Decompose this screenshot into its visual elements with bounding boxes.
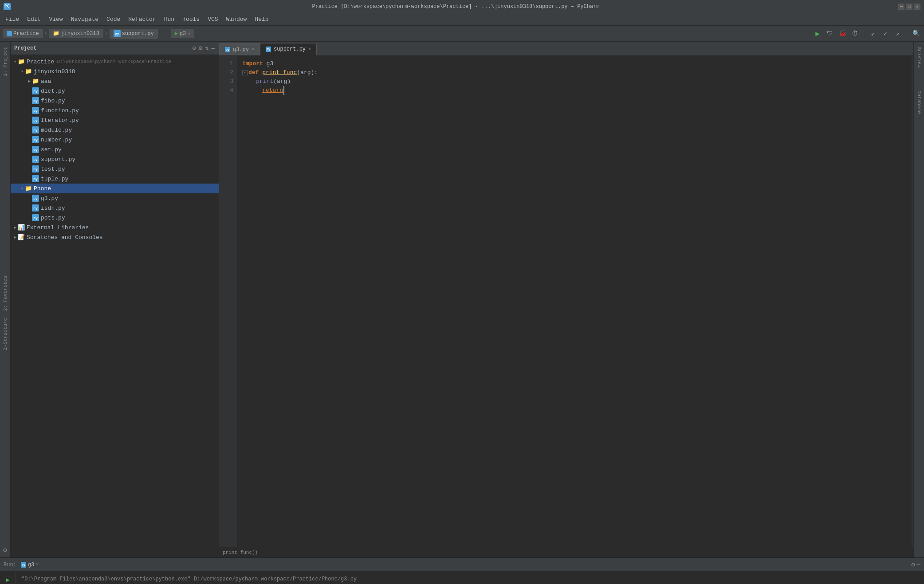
- editor-scrollbar[interactable]: [912, 56, 913, 547]
- run-config-selector[interactable]: ▶ g3 ▾: [171, 29, 195, 38]
- py-file-icon-module: py: [32, 126, 39, 133]
- close-button[interactable]: ✕: [914, 4, 920, 10]
- code-cursor: [283, 86, 288, 95]
- tree-item-jinyuxin[interactable]: ▾ 📁 jinyuxin0318: [11, 67, 219, 76]
- tree-item-support[interactable]: py support.py: [11, 154, 219, 164]
- tree-item-isdn[interactable]: py isdn.py: [11, 203, 219, 213]
- menu-vcs[interactable]: VCS: [204, 15, 221, 24]
- right-sidebar-database[interactable]: Database: [916, 89, 923, 116]
- panel-close-icon[interactable]: —: [917, 561, 920, 568]
- code-content[interactable]: import g3 - def print_func(arg): print(a…: [237, 56, 907, 547]
- tree-item-fibo[interactable]: py fibo.py: [11, 96, 219, 106]
- panel-icon-expand[interactable]: ⇅: [205, 44, 208, 52]
- tree-label-test: test.py: [41, 166, 65, 172]
- project-panel-title: Project: [14, 45, 189, 51]
- code-token-print: print: [256, 77, 273, 86]
- run-tab-close[interactable]: ×: [36, 562, 39, 567]
- menu-tools[interactable]: Tools: [179, 15, 203, 24]
- menu-file[interactable]: File: [2, 15, 23, 24]
- project-panel: Project ⊙ ⚙ ⇅ — ▾ 📁 Practice D:\workspac…: [11, 42, 219, 557]
- tree-label-dict: dict.py: [41, 88, 65, 94]
- right-sidebar-divider: [919, 74, 919, 83]
- tree-item-module[interactable]: py module.py: [11, 125, 219, 135]
- run-button[interactable]: ▶: [812, 28, 823, 39]
- vcs-push-button[interactable]: ↗: [893, 28, 903, 39]
- tree-label-iterator: Iterator.py: [41, 117, 79, 124]
- py-file-icon-isdn: py: [32, 204, 39, 212]
- tree-label-aaa: aaa: [41, 78, 51, 85]
- tree-item-pots[interactable]: py pots.py: [11, 213, 219, 223]
- window-controls[interactable]: — □ ✕: [898, 4, 920, 10]
- tree-label-set: set.py: [41, 146, 62, 153]
- fold-icon-2[interactable]: -: [242, 70, 248, 75]
- run-tab[interactable]: py g3 ×: [21, 562, 39, 568]
- code-token-return: return: [262, 86, 283, 95]
- tree-item-number[interactable]: py number.py: [11, 135, 219, 145]
- toolbar-btn-practice[interactable]: Practice: [3, 29, 43, 38]
- scratches-icon: 📝: [18, 234, 25, 241]
- tab-g3py[interactable]: py g3.py ×: [219, 43, 260, 55]
- tree-item-scratches[interactable]: ▶ 📝 Scratches and Consoles: [11, 232, 219, 242]
- menu-run[interactable]: Run: [161, 15, 178, 24]
- menu-window[interactable]: Window: [223, 15, 251, 24]
- minimize-button[interactable]: —: [898, 4, 904, 10]
- toolbar-btn-support[interactable]: py support.py: [110, 29, 158, 39]
- profile-button[interactable]: ⏱: [849, 28, 860, 39]
- tab-supportpy[interactable]: py support.py ×: [260, 43, 317, 55]
- sidebar-item-structure[interactable]: Z-Structure: [2, 316, 9, 352]
- tree-item-phone[interactable]: ▾ 📁 Phone: [11, 184, 219, 193]
- code-editor[interactable]: 1 2 3 4 import g3 - def print_func(arg):: [219, 56, 913, 547]
- py-file-icon-support: py: [32, 156, 39, 163]
- console-output: "D:\Program Files\anaconda3\envs\practic…: [16, 572, 924, 584]
- tree-item-aaa[interactable]: ▶ 📁 aaa: [11, 76, 219, 86]
- right-sidebar-sciview[interactable]: SciView: [916, 45, 923, 69]
- sidebar-item-favorites[interactable]: 2: Favorites: [2, 272, 9, 313]
- menu-view[interactable]: View: [45, 15, 66, 24]
- tree-item-dict[interactable]: py dict.py: [11, 86, 219, 96]
- tree-item-g3[interactable]: py g3.py: [11, 193, 219, 203]
- tree-item-iterator[interactable]: py Iterator.py: [11, 115, 219, 125]
- panel-settings-icon[interactable]: ⚙: [911, 561, 915, 568]
- tab-close-g3[interactable]: ×: [252, 47, 254, 52]
- tree-item-practice[interactable]: ▾ 📁 Practice D:\workspace\pycharm-worksp…: [11, 57, 219, 67]
- menu-edit[interactable]: Edit: [24, 15, 44, 24]
- tree-item-tuple[interactable]: py tuple.py: [11, 174, 219, 184]
- window-title: Practice [D:\workspace\pycharm-workspace…: [13, 4, 898, 10]
- panel-icon-minimize[interactable]: —: [212, 45, 215, 52]
- debug-button[interactable]: 🐞: [837, 28, 848, 39]
- code-line-1: import g3: [242, 59, 902, 68]
- code-token-def: def: [248, 68, 262, 77]
- sidebar-settings-icon[interactable]: ⚙: [3, 546, 7, 554]
- code-token-indent4: [248, 86, 262, 95]
- panel-icon-settings[interactable]: ⚙: [199, 44, 202, 52]
- vcs-commit-button[interactable]: ✓: [880, 28, 891, 39]
- breadcrumb: print_func(): [219, 547, 913, 557]
- tree-label-function: function.py: [41, 107, 79, 114]
- tree-item-test[interactable]: py test.py: [11, 164, 219, 174]
- py-file-icon-g3: py: [32, 195, 39, 202]
- run-play-button[interactable]: ▶: [3, 574, 13, 584]
- run-coverage-button[interactable]: 🛡: [825, 28, 835, 39]
- run-tab-label: g3: [28, 562, 34, 568]
- tree-label-number: number.py: [41, 137, 72, 143]
- toolbar-right: ▶ 🛡 🐞 ⏱ ↙ ✓ ↗ 🔍: [812, 28, 921, 39]
- sidebar-item-project[interactable]: 1: Project: [2, 45, 9, 78]
- maximize-button[interactable]: □: [906, 4, 912, 10]
- vcs-update-button[interactable]: ↙: [868, 28, 878, 39]
- menu-refactor[interactable]: Refactor: [125, 15, 159, 24]
- menu-navigate[interactable]: Navigate: [67, 15, 102, 24]
- menu-code[interactable]: Code: [103, 15, 124, 24]
- search-everywhere-button[interactable]: 🔍: [911, 28, 921, 39]
- tree-item-set[interactable]: py set.py: [11, 145, 219, 154]
- code-token-indent3: [242, 77, 256, 86]
- run-config-label: g3: [180, 31, 186, 37]
- tree-label-support: support.py: [41, 156, 75, 163]
- panel-icon-scope[interactable]: ⊙: [192, 44, 196, 52]
- tree-item-function[interactable]: py function.py: [11, 106, 219, 115]
- tab-close-support[interactable]: ×: [308, 47, 311, 52]
- toolbar-btn-jinyuxin[interactable]: 📁 jinyuxin0318: [49, 29, 103, 38]
- menu-help[interactable]: Help: [251, 15, 272, 24]
- folder-icon-jinyuxin: 📁: [25, 68, 32, 75]
- run-config-icon: ▶: [175, 30, 178, 37]
- tree-item-ext-libs[interactable]: ▶ 📊 External Libraries: [11, 223, 219, 232]
